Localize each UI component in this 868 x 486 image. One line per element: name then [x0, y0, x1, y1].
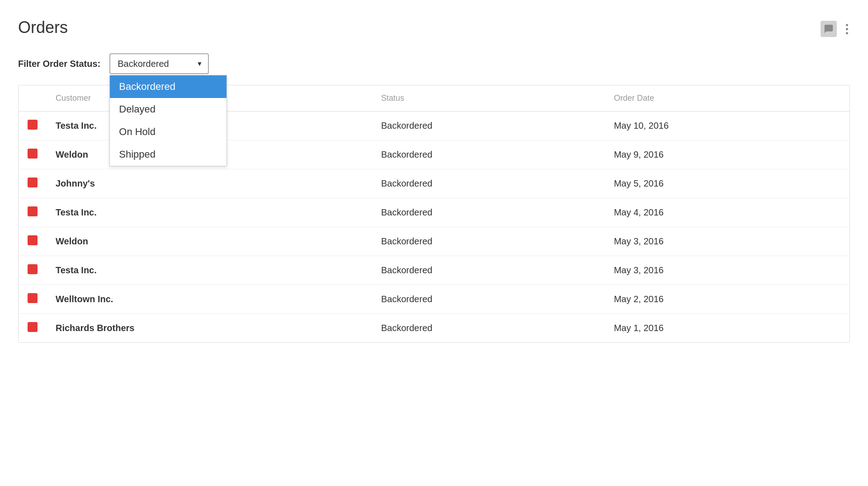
row-order-date: May 2, 2016 — [605, 285, 849, 314]
row-order-date: May 3, 2016 — [605, 256, 849, 285]
row-status: Backordered — [372, 169, 605, 198]
row-customer: Johnny's — [47, 169, 372, 198]
row-indicator — [19, 314, 47, 343]
row-indicator — [19, 112, 47, 140]
row-customer: Weldon — [47, 227, 372, 256]
filter-dropdown-container[interactable]: BackorderedDelayedOn HoldShipped ▼ Backo… — [109, 53, 209, 74]
status-indicator-icon — [28, 149, 38, 159]
row-status: Backordered — [372, 285, 605, 314]
dropdown-item-delayed[interactable]: Delayed — [110, 98, 226, 121]
row-order-date: May 5, 2016 — [605, 169, 849, 198]
chat-icon[interactable] — [821, 21, 837, 37]
table-row: Johnny'sBackorderedMay 5, 2016 — [19, 169, 849, 198]
more-options-icon[interactable] — [844, 22, 850, 36]
row-customer: Richards Brothers — [47, 314, 372, 343]
table-row: Richards BrothersBackorderedMay 1, 2016 — [19, 314, 849, 343]
row-indicator — [19, 140, 47, 169]
row-order-date: May 10, 2016 — [605, 112, 849, 140]
page-title: Orders — [18, 18, 68, 37]
dropdown-menu[interactable]: BackorderedDelayedOn HoldShipped — [109, 75, 227, 166]
status-indicator-icon — [28, 293, 38, 303]
row-order-date: May 1, 2016 — [605, 314, 849, 343]
dropdown-item-backordered[interactable]: Backordered — [110, 75, 226, 98]
row-order-date: May 4, 2016 — [605, 198, 849, 227]
row-indicator — [19, 198, 47, 227]
filter-label: Filter Order Status: — [18, 59, 100, 69]
table-row: Testa Inc.BackorderedMay 3, 2016 — [19, 256, 849, 285]
row-indicator — [19, 256, 47, 285]
row-indicator — [19, 285, 47, 314]
col-header-order-date: Order Date — [605, 85, 849, 112]
status-indicator-icon — [28, 322, 38, 332]
status-indicator-icon — [28, 206, 38, 216]
filter-order-status-select[interactable]: BackorderedDelayedOn HoldShipped — [109, 53, 209, 74]
row-customer: Testa Inc. — [47, 256, 372, 285]
table-row: WeldonBackorderedMay 3, 2016 — [19, 227, 849, 256]
table-row: Testa Inc.BackorderedMay 4, 2016 — [19, 198, 849, 227]
filter-row: Filter Order Status: BackorderedDelayedO… — [18, 53, 850, 74]
row-status: Backordered — [372, 256, 605, 285]
table-row: Welltown Inc.BackorderedMay 2, 2016 — [19, 285, 849, 314]
status-indicator-icon — [28, 178, 38, 187]
row-indicator — [19, 169, 47, 198]
row-order-date: May 9, 2016 — [605, 140, 849, 169]
status-indicator-icon — [28, 264, 38, 274]
status-indicator-icon — [28, 235, 38, 245]
row-status: Backordered — [372, 198, 605, 227]
page-header: Orders — [18, 18, 850, 37]
dropdown-item-shipped[interactable]: Shipped — [110, 143, 226, 166]
row-status: Backordered — [372, 314, 605, 343]
dropdown-item-on-hold[interactable]: On Hold — [110, 121, 226, 143]
row-status: Backordered — [372, 112, 605, 140]
row-order-date: May 3, 2016 — [605, 227, 849, 256]
col-header-status: Status — [372, 85, 605, 112]
header-actions — [821, 21, 850, 37]
row-customer: Welltown Inc. — [47, 285, 372, 314]
row-indicator — [19, 227, 47, 256]
row-status: Backordered — [372, 140, 605, 169]
row-customer: Testa Inc. — [47, 198, 372, 227]
status-indicator-icon — [28, 120, 38, 130]
col-header-indicator — [19, 85, 47, 112]
row-status: Backordered — [372, 227, 605, 256]
